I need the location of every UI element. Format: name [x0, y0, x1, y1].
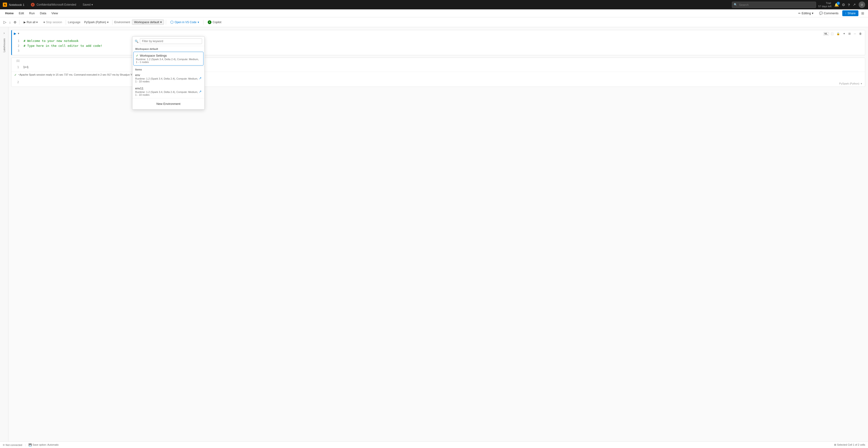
run-all-chevron: ▾: [36, 21, 38, 24]
share-icon[interactable]: ↗: [853, 3, 856, 7]
code-blank-3: [24, 49, 26, 53]
grid-icon: ⊞: [834, 443, 836, 446]
add-cell-icon: ▷: [3, 20, 6, 24]
cell-expand-btn[interactable]: ⬚: [830, 32, 835, 36]
toolbar-divider-5: [203, 20, 204, 25]
stop-session-label: Stop session: [46, 21, 62, 24]
menu-item-home[interactable]: Home: [3, 10, 16, 16]
share-label: Share: [847, 11, 856, 15]
env-external-link-icon-0[interactable]: ↗: [199, 76, 202, 80]
comments-button[interactable]: 💬 Comments: [817, 10, 840, 16]
search-icon: 🔍: [734, 3, 737, 6]
bell-icon[interactable]: 🔔 1: [834, 3, 839, 7]
cell-lock-btn[interactable]: 🔒: [835, 32, 841, 36]
editing-button[interactable]: ✏ Editing ▾: [797, 10, 815, 16]
settings-icon: ⚙: [13, 20, 17, 24]
cell-more-btn[interactable]: ···: [852, 32, 857, 36]
menu-right: ✏ Editing ▾ 💬 Comments ↑ Share ⊞: [797, 10, 865, 17]
download-button[interactable]: ↓: [8, 20, 11, 25]
notebook-title: Notebook 1: [9, 3, 25, 6]
selected-item-name: ✓ Workspace Settings: [136, 54, 201, 57]
cell-delete-btn[interactable]: 🗑: [858, 32, 863, 36]
dropdown-filter-row: 🔍: [132, 36, 205, 46]
ml-button[interactable]: ML: [823, 32, 829, 36]
pyspark-chevron-2[interactable]: ▾: [861, 82, 862, 85]
notification-badge: 1: [837, 2, 840, 5]
language-chevron: ▾: [107, 21, 108, 24]
download-icon: ↓: [9, 20, 11, 24]
layout-icon[interactable]: ⊞: [860, 10, 865, 17]
dropdown-env-item-1[interactable]: env11 Runtime: 1.2 (Spark 3.4, Delta 2.4…: [132, 85, 205, 98]
status-not-connected: Not connected: [3, 444, 22, 446]
help-icon[interactable]: ?: [848, 3, 850, 7]
dropdown-section-label: Workspace default: [132, 46, 205, 51]
stop-session-button[interactable]: ■ Stop session: [41, 20, 64, 25]
saved-indicator[interactable]: Saved ▾: [83, 3, 93, 6]
run-all-button[interactable]: ▶ Run all ▾: [21, 20, 40, 25]
dropdown-items-section: Items env Runtime: 1.2 (Spark 3.4, Delta…: [132, 66, 205, 98]
path-separator: ·: [79, 3, 80, 6]
copilot-button[interactable]: ✦ Copilot: [205, 20, 224, 25]
code-expr: 1+1: [23, 65, 29, 69]
line-num-2: 2: [15, 44, 20, 48]
sidebar-toggle[interactable]: ›: [1, 29, 8, 36]
code-blank-cell2: [23, 80, 25, 84]
not-connected-label: Not connected: [6, 444, 22, 446]
toolbar-divider-2: [66, 20, 66, 25]
new-environment-button[interactable]: New Environment: [135, 101, 202, 107]
save-option-text: Save option: Automatic: [32, 443, 59, 446]
title-bar-right: Trial: 57 days left 🔔 1 ⚙ ? ↗ U: [818, 1, 865, 8]
editing-label: Editing: [802, 11, 811, 15]
selected-item-meta: Runtime: 1.2 (Spark 3.4, Delta 2.4), Com…: [136, 58, 201, 63]
environment-dropdown: 🔍 Workspace default ✓ Workspace Settings…: [132, 36, 205, 110]
menu-item-edit[interactable]: Edit: [17, 10, 26, 16]
env-external-link-icon-1[interactable]: ↗: [199, 90, 202, 93]
selected-checkmark-icon: ✓: [136, 54, 138, 57]
avatar[interactable]: U: [859, 1, 865, 8]
cell-1-collapse-btn[interactable]: ▾: [18, 32, 19, 35]
cell-1-toolbar: ▶ ▾: [12, 30, 865, 37]
environment-selector[interactable]: Workspace default ▾: [132, 20, 164, 25]
save-option-label: 💾 Save option: Automatic: [29, 443, 59, 446]
cell-2-right-label: PySpark (Python) ▾: [839, 82, 862, 85]
run-all-icon: ▶: [24, 21, 26, 24]
settings-button[interactable]: ⚙: [13, 20, 17, 25]
sidebar-chevron-icon: ›: [3, 31, 5, 35]
status-separator: |: [25, 444, 26, 446]
env-name-1: env11: [135, 87, 199, 90]
stop-icon: ■: [43, 21, 45, 24]
title-bar: N Notebook 1 · C Confidential\Microsoft …: [0, 0, 868, 9]
cell-magic-btn[interactable]: ✦: [842, 32, 846, 36]
toolbar-divider-3: [112, 20, 113, 25]
share-button[interactable]: ↑ Share: [842, 10, 859, 16]
menu-item-view[interactable]: View: [49, 10, 60, 16]
menu-item-run[interactable]: Run: [27, 10, 37, 16]
language-value: PySpark (Python): [84, 21, 106, 24]
dropdown-selected-item[interactable]: ✓ Workspace Settings Runtime: 1.2 (Spark…: [133, 52, 204, 65]
open-vscode-button[interactable]: ⬡ Open in VS Code ▾: [168, 19, 202, 25]
line-num-1: 1: [15, 39, 20, 43]
search-input[interactable]: [732, 2, 816, 8]
language-label: Language: [68, 21, 80, 24]
comments-label: Comments: [824, 11, 839, 15]
run-all-label: Run all: [27, 21, 35, 24]
cell-2-line-num-1: 1: [14, 65, 19, 69]
toolbar: ▷ ↓ ⚙ ▶ Run all ▾ ■ Stop session Languag…: [0, 17, 868, 27]
copilot-icon: ✦: [208, 20, 212, 24]
share-arrow-icon: ↑: [845, 11, 847, 15]
title-bar-left: N Notebook 1 · C Confidential\Microsoft …: [3, 3, 730, 7]
copilot-label: Copilot: [213, 21, 221, 24]
cell-1-run-button[interactable]: ▶: [13, 31, 17, 36]
env-info-1: env11 Runtime: 1.2 (Spark 3.4, Delta 2.4…: [135, 87, 199, 96]
add-cell-button[interactable]: ▷: [3, 19, 7, 25]
saved-chevron[interactable]: ▾: [91, 3, 93, 6]
search-bar: 🔍: [732, 2, 816, 8]
dropdown-search-icon: 🔍: [135, 39, 138, 43]
cell-split-btn[interactable]: ⊞: [847, 32, 852, 36]
dropdown-filter-input[interactable]: [140, 38, 202, 44]
menu-item-data[interactable]: Data: [37, 10, 49, 16]
dropdown-env-item-0[interactable]: env Runtime: 1.2 (Spark 3.4, Delta 2.4),…: [132, 71, 205, 85]
gear-icon[interactable]: ⚙: [842, 3, 845, 7]
open-vscode-label: Open in VS Code: [175, 21, 196, 24]
language-selector[interactable]: PySpark (Python) ▾: [82, 20, 111, 25]
